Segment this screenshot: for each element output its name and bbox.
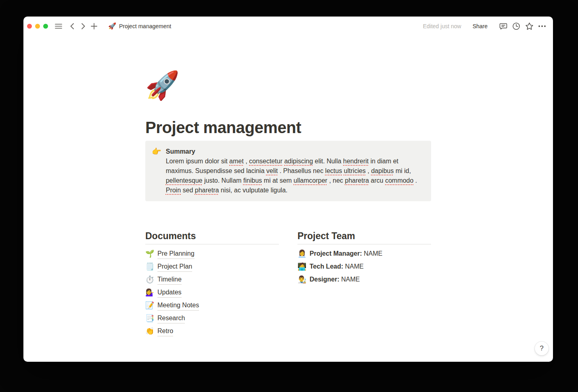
- team-member-emoji-icon: 🧑‍💻: [297, 261, 306, 273]
- comments-button[interactable]: [498, 21, 509, 31]
- callout-text-segment: consectetur: [249, 158, 283, 165]
- team-member-text: Designer: NAME: [310, 273, 360, 286]
- team-member-role: Designer:: [310, 276, 339, 283]
- desktop: { "titlebar": { "doc_icon": "🚀", "doc_ti…: [0, 0, 578, 392]
- summary-callout[interactable]: 👉 Summary Lorem ipsum dolor sit amet , c…: [145, 141, 431, 201]
- edited-status: Edited just now: [423, 23, 461, 29]
- team-member-item: 🧑‍💻 Tech Lead: NAME: [297, 261, 431, 273]
- callout-text-segment: pharetra: [195, 187, 219, 194]
- team-member-name: NAME: [343, 263, 364, 270]
- document-list-item: 🌱 Pre Planning: [145, 248, 279, 260]
- comment-icon: [499, 22, 507, 30]
- updates-button[interactable]: [511, 21, 521, 31]
- document-emoji-icon: 📑: [145, 312, 153, 324]
- callout-text-segment: arcu: [371, 177, 385, 184]
- team-member-text: Project Manager: NAME: [310, 248, 382, 260]
- document-list-item: 🗒️ Project Plan: [145, 261, 279, 273]
- favorite-button[interactable]: [524, 21, 534, 31]
- callout-text-segment: finibus: [243, 177, 262, 184]
- document-list-item: 📝 Meeting Notes: [145, 299, 279, 311]
- star-icon: [525, 22, 534, 30]
- hamburger-icon: [55, 23, 62, 29]
- callout-body: Summary Lorem ipsum dolor sit amet , con…: [166, 147, 425, 195]
- team-member-name: NAME: [362, 250, 383, 257]
- callout-text-segment: amet: [229, 158, 244, 165]
- minimize-window-button[interactable]: [35, 24, 40, 29]
- page-emoji-icon: 🚀: [108, 23, 116, 29]
- two-column-section: Documents 🌱 Pre Planning 🗒️ Project Plan: [145, 230, 431, 338]
- callout-text-segment: mi id,: [396, 167, 411, 174]
- callout-text-segment: mi at sem: [264, 177, 294, 184]
- team-member-item: 👩‍💼 Project Manager: NAME: [297, 248, 431, 260]
- chevron-left-icon: [70, 23, 74, 29]
- callout-text-segment: pellentesque: [166, 177, 203, 184]
- breadcrumb[interactable]: 🚀 Project management: [106, 22, 174, 31]
- divider: [297, 244, 431, 244]
- share-button[interactable]: Share: [470, 21, 490, 31]
- close-window-button[interactable]: [27, 24, 32, 29]
- document-list-item: 💁‍♀️ Updates: [145, 286, 279, 298]
- document-emoji-icon: ⏱️: [145, 273, 153, 286]
- callout-text-segment: hendrerit: [343, 158, 369, 165]
- document-list-item: 📑 Research: [145, 312, 279, 324]
- traffic-lights: [27, 24, 48, 29]
- callout-text-segment: ,: [245, 158, 249, 165]
- documents-heading: Documents: [145, 230, 279, 242]
- titlebar: 🚀 Project management Edited just now Sha…: [23, 17, 553, 36]
- callout-title: Summary: [166, 147, 425, 156]
- document-list-item: ⏱️ Timeline: [145, 273, 279, 286]
- more-button[interactable]: [537, 21, 547, 31]
- document-list-item: 👏 Retro: [145, 325, 279, 337]
- page-title[interactable]: Project management: [145, 118, 431, 137]
- chevron-right-icon: [81, 23, 85, 29]
- plus-icon: [91, 23, 97, 29]
- callout-text-segment: justo. Nullam: [204, 177, 243, 184]
- document-link[interactable]: Updates: [157, 288, 182, 298]
- team-member-item: 👨‍🎨 Designer: NAME: [297, 273, 431, 286]
- forward-button[interactable]: [78, 21, 88, 31]
- divider: [145, 244, 279, 244]
- callout-text-segment: adipiscing: [284, 158, 313, 165]
- back-button[interactable]: [67, 21, 77, 31]
- pointing-finger-icon[interactable]: 👉: [152, 147, 161, 195]
- clock-icon: [512, 22, 520, 30]
- document-link[interactable]: Meeting Notes: [157, 300, 199, 311]
- callout-text-segment: ullamcorper: [293, 177, 327, 184]
- callout-text-segment: sed: [183, 187, 195, 194]
- callout-text-segment: ultricies: [344, 167, 366, 174]
- titlebar-actions: Edited just now Share: [423, 21, 547, 31]
- callout-text: Lorem ipsum dolor sit amet , consectetur…: [166, 156, 425, 195]
- callout-text-segment: dapibus: [371, 167, 394, 174]
- zoom-window-button[interactable]: [43, 24, 48, 29]
- help-button[interactable]: ?: [535, 342, 549, 355]
- document-link[interactable]: Project Plan: [157, 262, 192, 272]
- team-member-role: Tech Lead:: [310, 263, 343, 270]
- document-link[interactable]: Timeline: [157, 275, 182, 285]
- new-page-button[interactable]: [89, 21, 99, 31]
- document-link[interactable]: Research: [157, 313, 185, 323]
- callout-text-segment: elit. Nulla: [315, 158, 343, 165]
- callout-text-segment: lectus: [325, 167, 342, 174]
- callout-text-segment: . Phasellus nec: [280, 167, 325, 174]
- callout-text-segment: Proin: [166, 187, 181, 194]
- callout-text-segment: nisi, ac vulputate ligula.: [221, 187, 287, 194]
- team-column: Project Team 👩‍💼 Project Manager: NAME 🧑…: [297, 230, 431, 338]
- team-list: 👩‍💼 Project Manager: NAME 🧑‍💻 Tech Lead:…: [297, 248, 431, 286]
- ellipsis-icon: [538, 25, 546, 27]
- team-member-role: Project Manager:: [310, 250, 362, 257]
- notion-window: 🚀 Project management Edited just now Sha…: [23, 17, 553, 362]
- callout-text-segment: .: [415, 177, 417, 184]
- callout-text-segment: velit: [266, 167, 278, 174]
- document-link[interactable]: Pre Planning: [157, 249, 195, 259]
- team-member-text: Tech Lead: NAME: [310, 261, 364, 273]
- callout-text-segment: Lorem ipsum dolor sit: [166, 158, 229, 165]
- documents-column: Documents 🌱 Pre Planning 🗒️ Project Plan: [145, 230, 279, 338]
- documents-list: 🌱 Pre Planning 🗒️ Project Plan ⏱️ Timeli…: [145, 248, 279, 337]
- team-member-emoji-icon: 👨‍🎨: [297, 273, 306, 286]
- document-emoji-icon: 🌱: [145, 248, 153, 260]
- callout-text-segment: commodo: [385, 177, 413, 184]
- team-member-emoji-icon: 👩‍💼: [297, 248, 306, 260]
- document-link[interactable]: Retro: [157, 326, 173, 336]
- page-icon-rocket[interactable]: 🚀: [145, 69, 179, 101]
- sidebar-menu-button[interactable]: [53, 21, 64, 31]
